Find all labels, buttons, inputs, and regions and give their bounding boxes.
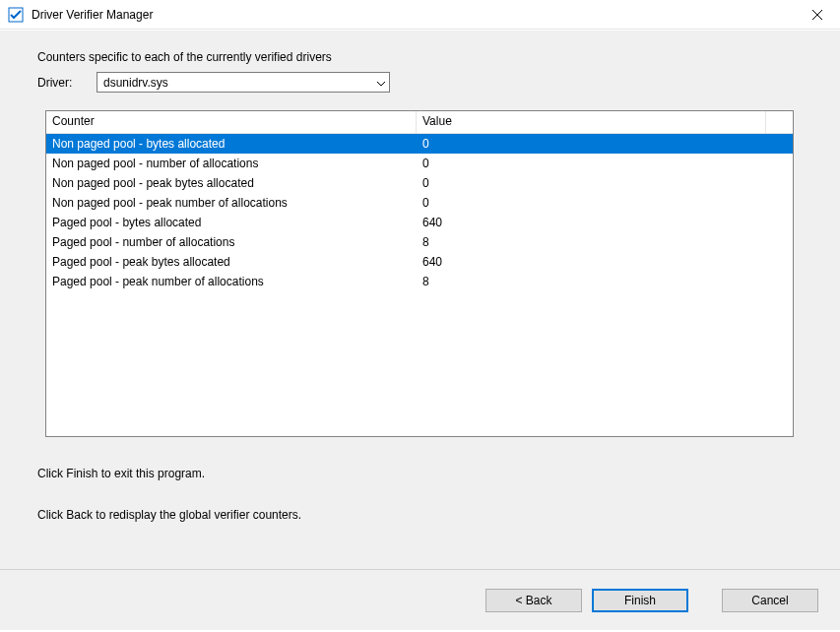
- cell-value: 0: [417, 174, 793, 192]
- chevron-down-icon: [377, 76, 385, 90]
- cell-counter: Paged pool - peak number of allocations: [46, 273, 417, 290]
- app-icon: [8, 7, 24, 23]
- cell-value: 0: [417, 194, 793, 212]
- instruction-back: Click Back to redisplay the global verif…: [37, 508, 803, 522]
- cell-counter: Non paged pool - number of allocations: [46, 155, 417, 172]
- cancel-button[interactable]: Cancel: [722, 589, 818, 612]
- cell-counter: Non paged pool - peak number of allocati…: [46, 194, 417, 212]
- driver-label: Driver:: [37, 76, 77, 90]
- table-row[interactable]: Non paged pool - bytes allocated0: [46, 134, 793, 154]
- cell-value: 640: [417, 214, 793, 231]
- table-row[interactable]: Paged pool - number of allocations8: [46, 232, 793, 252]
- titlebar: Driver Verifier Manager: [0, 0, 840, 30]
- button-bar: < Back Finish Cancel: [0, 569, 840, 630]
- cell-value: 8: [417, 273, 793, 290]
- driver-selected-value: dsunidrv.sys: [103, 76, 168, 90]
- table-row[interactable]: Paged pool - bytes allocated640: [46, 213, 793, 232]
- cell-value: 0: [417, 155, 793, 172]
- header-spacer: [766, 111, 793, 133]
- header-counter[interactable]: Counter: [46, 111, 417, 133]
- table-header: Counter Value: [46, 111, 793, 134]
- counters-table: Counter Value Non paged pool - bytes all…: [45, 110, 794, 437]
- cell-value: 0: [417, 135, 793, 153]
- instructions: Click Finish to exit this program. Click…: [37, 467, 803, 522]
- back-button[interactable]: < Back: [485, 589, 582, 612]
- instruction-finish: Click Finish to exit this program.: [37, 467, 803, 480]
- table-row[interactable]: Non paged pool - peak bytes allocated0: [46, 173, 793, 193]
- cell-counter: Non paged pool - bytes allocated: [46, 135, 417, 153]
- table-row[interactable]: Paged pool - peak number of allocations8: [46, 272, 793, 291]
- table-body: Non paged pool - bytes allocated0Non pag…: [46, 134, 793, 291]
- header-value[interactable]: Value: [417, 111, 766, 133]
- content-area: Counters specific to each of the current…: [0, 30, 840, 569]
- table-row[interactable]: Non paged pool - peak number of allocati…: [46, 193, 793, 213]
- driver-dropdown[interactable]: dsunidrv.sys: [97, 72, 390, 93]
- window-title: Driver Verifier Manager: [32, 8, 795, 22]
- driver-selector-row: Driver: dsunidrv.sys: [37, 72, 803, 93]
- close-button[interactable]: [795, 0, 840, 30]
- finish-button[interactable]: Finish: [592, 589, 688, 612]
- cell-counter: Paged pool - number of allocations: [46, 233, 417, 251]
- cell-counter: Paged pool - peak bytes allocated: [46, 253, 417, 271]
- cell-counter: Paged pool - bytes allocated: [46, 214, 417, 231]
- description-text: Counters specific to each of the current…: [37, 50, 803, 64]
- table-row[interactable]: Paged pool - peak bytes allocated640: [46, 252, 793, 272]
- cell-value: 640: [417, 253, 793, 271]
- cell-value: 8: [417, 233, 793, 251]
- cell-counter: Non paged pool - peak bytes allocated: [46, 174, 417, 192]
- table-row[interactable]: Non paged pool - number of allocations0: [46, 154, 793, 173]
